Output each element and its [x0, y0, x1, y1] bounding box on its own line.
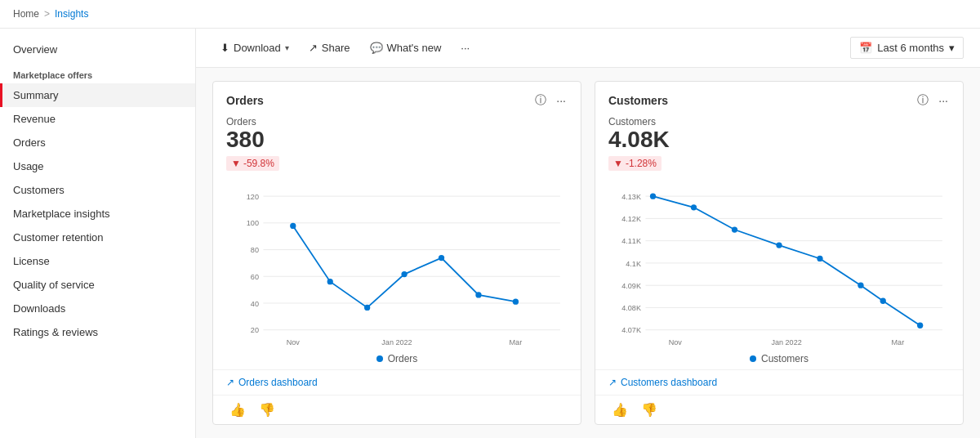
orders-change-value: -59.8% [243, 158, 274, 169]
customers-card-header: Customers ⓘ ··· [595, 82, 963, 110]
customers-more-button[interactable]: ··· [937, 92, 950, 109]
sidebar-item-revenue[interactable]: Revenue [0, 107, 195, 131]
info-icon: ⓘ [535, 93, 546, 106]
sidebar-item-summary[interactable]: Summary [0, 83, 195, 107]
calendar-icon: 📅 [859, 42, 872, 54]
svg-point-19 [439, 255, 444, 261]
customers-thumbdown-button[interactable]: 👎 [638, 400, 661, 419]
orders-metric-change: ▼ -59.8% [226, 156, 279, 171]
sidebar-item-ratings-reviews[interactable]: Ratings & reviews [0, 320, 195, 344]
svg-text:60: 60 [251, 273, 259, 281]
sidebar-item-downloads[interactable]: Downloads [0, 297, 195, 320]
orders-dashboard-label: Orders dashboard [238, 377, 318, 388]
customers-info-button[interactable]: ⓘ [915, 92, 930, 110]
svg-point-41 [732, 226, 737, 232]
download-icon: ⬇ [220, 42, 229, 54]
more-icon: ··· [938, 94, 948, 107]
customers-feedback-actions: 👍 👎 [595, 395, 963, 424]
svg-point-43 [817, 256, 822, 261]
svg-text:120: 120 [247, 193, 259, 201]
download-label: Download [234, 42, 281, 54]
svg-point-15 [290, 223, 296, 229]
download-chevron-icon: ▾ [285, 43, 289, 52]
customers-line-chart: 4.13K 4.12K 4.11K 4.1K 4.09K 4.08K 4.07K… [608, 181, 950, 360]
customers-dashboard-label: Customers dashboard [621, 377, 717, 388]
customers-metric-label: Customers [608, 116, 950, 127]
svg-text:4.07K: 4.07K [621, 326, 641, 334]
orders-metric-label: Orders [226, 116, 568, 127]
customers-card: Customers ⓘ ··· Customers 4.08K [595, 81, 964, 425]
orders-metric-value: 380 [226, 127, 568, 153]
breadcrumb-separator: > [44, 8, 50, 20]
info-icon: ⓘ [917, 93, 929, 106]
customers-thumbup-button[interactable]: 👍 [608, 400, 631, 419]
content-area: ⬇ Download ▾ ↗ Share 💬 What's new ··· [196, 29, 980, 438]
svg-text:Jan 2022: Jan 2022 [381, 338, 412, 346]
thumbup-icon: 👍 [229, 403, 246, 417]
orders-change-arrow-icon: ▼ [231, 158, 241, 169]
thumbdown-icon: 👎 [641, 403, 657, 417]
customers-footer[interactable]: ↗ Customers dashboard [595, 369, 963, 395]
svg-point-46 [917, 322, 923, 328]
svg-text:4.13K: 4.13K [621, 193, 641, 201]
orders-card-header: Orders ⓘ ··· [213, 82, 581, 110]
share-icon: ↗ [309, 42, 318, 54]
breadcrumb: Home > Insights [0, 0, 980, 29]
sidebar-item-license[interactable]: License [0, 249, 195, 273]
orders-line-chart: 120 100 80 60 40 20 Nov Jan 2022 Mar [226, 181, 568, 360]
svg-point-17 [364, 305, 370, 311]
sidebar-item-customers[interactable]: Customers [0, 178, 195, 202]
orders-more-button[interactable]: ··· [555, 92, 568, 109]
more-options-button[interactable]: ··· [452, 38, 478, 58]
svg-text:Nov: Nov [669, 338, 683, 346]
customers-dashboard-link[interactable]: ↗ Customers dashboard [608, 377, 717, 388]
svg-text:4.08K: 4.08K [621, 304, 641, 312]
orders-thumbdown-button[interactable]: 👎 [256, 400, 278, 419]
svg-text:40: 40 [251, 299, 259, 307]
customers-metric-change: ▼ -1.28% [608, 156, 662, 171]
share-button[interactable]: ↗ Share [301, 38, 359, 58]
svg-text:Mar: Mar [510, 338, 523, 346]
svg-point-45 [880, 297, 886, 303]
date-filter[interactable]: 📅 Last 6 months ▾ [850, 37, 964, 59]
svg-point-44 [858, 282, 863, 288]
whats-new-button[interactable]: 💬 What's new [362, 38, 450, 58]
orders-card-actions: ⓘ ··· [533, 92, 568, 110]
svg-point-18 [401, 271, 407, 277]
download-button[interactable]: ⬇ Download ▾ [212, 38, 297, 58]
svg-point-21 [513, 298, 519, 304]
svg-text:Nov: Nov [287, 338, 301, 346]
date-filter-chevron-icon: ▾ [949, 42, 955, 54]
breadcrumb-home[interactable]: Home [13, 8, 39, 20]
sidebar-item-orders[interactable]: Orders [0, 131, 195, 154]
charts-area: Orders ⓘ ··· Orders 380 [196, 68, 980, 438]
toolbar: ⬇ Download ▾ ↗ Share 💬 What's new ··· [196, 29, 980, 68]
orders-card: Orders ⓘ ··· Orders 380 [212, 81, 581, 425]
svg-text:4.1K: 4.1K [626, 259, 641, 267]
svg-text:Jan 2022: Jan 2022 [771, 338, 801, 346]
svg-text:100: 100 [247, 219, 259, 227]
svg-text:4.11K: 4.11K [621, 237, 641, 245]
sidebar: Overview Marketplace offers Summary Reve… [0, 29, 196, 438]
orders-feedback-actions: 👍 👎 [213, 395, 581, 424]
more-icon: ··· [556, 94, 566, 107]
orders-footer[interactable]: ↗ Orders dashboard [213, 369, 581, 395]
svg-point-16 [327, 279, 333, 284]
sidebar-item-quality-of-service[interactable]: Quality of service [0, 273, 195, 297]
svg-point-40 [691, 204, 697, 210]
sidebar-item-usage[interactable]: Usage [0, 154, 195, 178]
orders-dashboard-link[interactable]: ↗ Orders dashboard [226, 377, 318, 388]
sidebar-item-overview[interactable]: Overview [0, 38, 195, 60]
customers-trend-icon: ↗ [608, 377, 617, 388]
svg-text:80: 80 [251, 246, 259, 254]
sidebar-item-marketplace-insights[interactable]: Marketplace insights [0, 202, 195, 226]
orders-info-button[interactable]: ⓘ [533, 92, 548, 110]
share-label: Share [322, 42, 350, 54]
sidebar-item-customer-retention[interactable]: Customer retention [0, 226, 195, 249]
more-icon: ··· [461, 42, 470, 54]
customers-card-actions: ⓘ ··· [915, 92, 950, 110]
app-container: Home > Insights Overview Marketplace off… [0, 0, 980, 438]
orders-thumbup-button[interactable]: 👍 [226, 400, 249, 419]
customers-change-value: -1.28% [626, 158, 657, 169]
customers-change-arrow-icon: ▼ [613, 158, 623, 169]
